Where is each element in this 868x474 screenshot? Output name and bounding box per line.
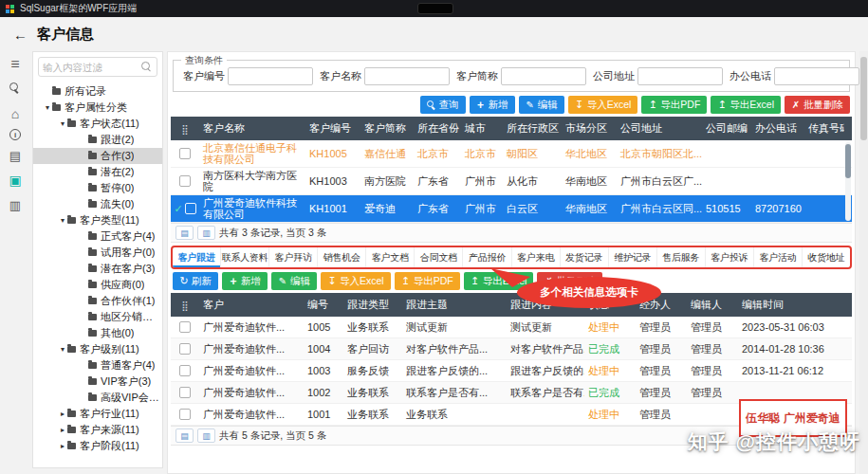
customer-name-input[interactable] bbox=[364, 67, 450, 85]
tree-item[interactable]: 高级VIP会员(1) bbox=[33, 390, 162, 406]
tree-item[interactable]: ▸ 客户来源(11) bbox=[33, 422, 162, 438]
tree-item[interactable]: VIP客户(3) bbox=[33, 374, 162, 390]
table-row[interactable]: 北京嘉信仕通电子科技有限公司 KH1005 嘉信仕通 北京市 北京市 朝阳区 华… bbox=[171, 140, 852, 168]
info-icon[interactable] bbox=[9, 129, 21, 140]
tree-item[interactable]: 暂停(0) bbox=[33, 180, 162, 196]
tree-item[interactable]: 普通客户(4) bbox=[33, 357, 162, 374]
search-icon[interactable] bbox=[5, 80, 26, 99]
tree-item[interactable]: ▾ 客户属性分类 bbox=[33, 100, 162, 116]
tree-item[interactable]: 试用客户(0) bbox=[33, 245, 162, 261]
tree-item[interactable]: ▾ 客户级别(11) bbox=[33, 341, 162, 357]
column-header[interactable]: 编号 bbox=[304, 293, 343, 317]
row-checkbox[interactable] bbox=[179, 365, 191, 376]
column-header[interactable]: 公司地址 bbox=[617, 117, 702, 140]
office-phone-input[interactable] bbox=[774, 67, 859, 85]
tab[interactable]: 收货地址 bbox=[803, 247, 850, 267]
import-excel-button[interactable]: 导入Excel bbox=[568, 96, 638, 114]
menu-icon[interactable] bbox=[5, 55, 26, 74]
table-row[interactable]: 广州爱奇迪软件... 1003 服务反馈 跟进客户反馈的... 跟进客户反馈的.… bbox=[171, 360, 852, 382]
refresh-button[interactable]: 刷新 bbox=[173, 272, 218, 290]
tree-item[interactable]: ▾ 客户类型(11) bbox=[33, 212, 162, 228]
scrollbar-thumb[interactable] bbox=[860, 57, 867, 140]
customer-code-input[interactable] bbox=[228, 67, 313, 85]
tree-item[interactable]: 潜在(2) bbox=[33, 164, 162, 180]
import-excel-button[interactable]: 导入Excel bbox=[321, 272, 391, 290]
tree-item[interactable]: ▸ 客户行业(11) bbox=[33, 406, 162, 422]
table-row[interactable]: 广州爱奇迪软件... 1004 客户回访 对客户软件产品... 对客户软件产品.… bbox=[171, 338, 852, 360]
pager-icon-button[interactable] bbox=[197, 226, 215, 240]
tree-item[interactable]: ▾ 客户状态(11) bbox=[33, 116, 162, 132]
home-icon[interactable] bbox=[5, 104, 26, 123]
column-header[interactable]: 所在行政区 bbox=[503, 117, 562, 140]
tab[interactable]: 联系人资料 bbox=[221, 247, 269, 267]
column-header[interactable]: 客户 bbox=[199, 293, 304, 317]
tree-item[interactable]: 地区分销商(0) bbox=[33, 309, 162, 325]
tab[interactable]: 发货记录 bbox=[561, 247, 609, 267]
row-checkbox[interactable] bbox=[179, 321, 191, 333]
tab[interactable]: 产品报价 bbox=[463, 247, 511, 267]
row-checkbox[interactable] bbox=[179, 409, 191, 420]
main-scrollbar[interactable] bbox=[859, 51, 868, 474]
column-header[interactable]: 客户简称 bbox=[360, 117, 414, 140]
export-excel-button[interactable]: 导出Excel bbox=[711, 96, 781, 114]
tab[interactable]: 客户跟进 bbox=[173, 247, 221, 267]
tab[interactable]: 售后服务 bbox=[657, 247, 706, 267]
customer-module-icon[interactable] bbox=[5, 171, 26, 190]
tree-item[interactable]: 跟进(2) bbox=[33, 132, 162, 148]
tab[interactable]: 客户来电 bbox=[512, 247, 561, 267]
table-row[interactable]: 广州爱奇迪软件科技有限公司 KH1001 爱奇迪 广东省 广州市 白云区 华南地… bbox=[171, 195, 852, 223]
table-row[interactable]: 广州爱奇迪软件... 1005 业务联系 测试更新 测试更新 处理中 管理员 管… bbox=[171, 317, 852, 338]
row-checkbox[interactable] bbox=[179, 175, 191, 187]
tab[interactable]: 合同文档 bbox=[415, 247, 463, 267]
table-row[interactable]: 南方医科大学南方医院 KH1003 南方医院 广东省 广州市 从化市 华南地区 … bbox=[171, 168, 852, 195]
export-pdf-button[interactable]: 导出PDF bbox=[395, 272, 460, 290]
tree-item[interactable]: 流失(0) bbox=[33, 196, 162, 212]
table-scrollbar[interactable] bbox=[845, 142, 851, 221]
tree-item[interactable]: 潜在客户(3) bbox=[33, 261, 162, 277]
column-header[interactable]: 跟进类型 bbox=[343, 293, 402, 317]
add-button[interactable]: 新增 bbox=[470, 96, 515, 114]
tree-item[interactable]: 所有记录 bbox=[33, 83, 162, 100]
pager-icon-button[interactable] bbox=[175, 428, 194, 443]
tree-item[interactable]: 供应商(0) bbox=[33, 277, 162, 293]
row-checkbox[interactable] bbox=[179, 343, 191, 355]
tree-item[interactable]: 合作(3) bbox=[33, 148, 162, 164]
tree-item[interactable]: 其他(0) bbox=[33, 325, 162, 341]
company-address-input[interactable] bbox=[637, 67, 723, 85]
search-button[interactable]: 查询 bbox=[420, 96, 466, 114]
scrollbar-thumb[interactable] bbox=[845, 144, 851, 178]
pager-icon-button[interactable] bbox=[175, 226, 194, 240]
column-header[interactable]: 跟进主题 bbox=[402, 293, 507, 317]
column-header[interactable]: 客户名称 bbox=[199, 117, 305, 140]
tab[interactable]: 客户文档 bbox=[366, 247, 415, 267]
tab[interactable]: 客户投诉 bbox=[706, 247, 754, 267]
document-icon[interactable] bbox=[5, 146, 26, 165]
column-header[interactable]: 所在省份 bbox=[414, 117, 461, 140]
column-header[interactable]: 办公电话 bbox=[751, 117, 804, 140]
tab[interactable]: 客户活动 bbox=[754, 247, 803, 267]
report-icon[interactable] bbox=[5, 195, 26, 214]
customer-shortname-input[interactable] bbox=[501, 67, 586, 85]
export-pdf-button[interactable]: 导出PDF bbox=[641, 96, 707, 114]
sidebar-filter-input[interactable] bbox=[43, 62, 140, 73]
edit-button[interactable]: 编辑 bbox=[271, 272, 317, 290]
tree-item[interactable]: ▸ 客户阶段(11) bbox=[33, 438, 162, 454]
tree-item[interactable]: 合作伙伴(1) bbox=[33, 293, 162, 309]
tree-item[interactable]: 正式客户(4) bbox=[33, 228, 162, 245]
edit-button[interactable]: 编辑 bbox=[519, 96, 564, 114]
column-header[interactable]: 编辑人 bbox=[687, 293, 738, 317]
column-header[interactable]: 编辑时间 bbox=[738, 293, 844, 317]
tab[interactable]: 客户拜访 bbox=[269, 247, 318, 267]
tab[interactable]: 销售机会 bbox=[318, 247, 366, 267]
row-checkbox[interactable] bbox=[185, 203, 196, 214]
tab[interactable]: 维护记录 bbox=[609, 247, 657, 267]
back-button[interactable]: ← bbox=[13, 27, 28, 43]
row-checkbox[interactable] bbox=[179, 148, 191, 159]
row-checkbox[interactable] bbox=[179, 387, 191, 398]
add-button[interactable]: 新增 bbox=[222, 272, 268, 290]
batch-delete-button[interactable]: 批量删除 bbox=[785, 96, 850, 114]
pager-icon-button[interactable] bbox=[197, 428, 215, 443]
column-header[interactable]: 传真号码 bbox=[804, 117, 844, 140]
column-header[interactable]: 市场分区 bbox=[562, 117, 617, 140]
column-header[interactable]: 城市 bbox=[461, 117, 503, 140]
